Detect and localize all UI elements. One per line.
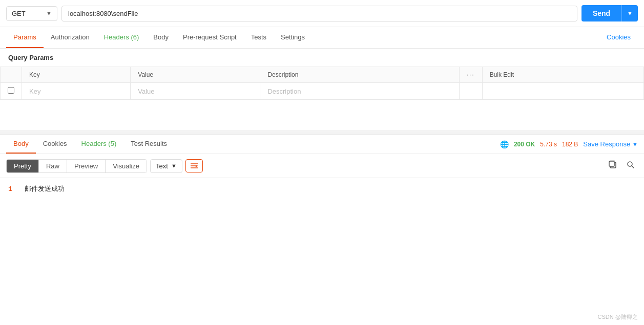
line-number: 1 <box>8 185 12 193</box>
response-text: 邮件发送成功 <box>25 185 65 193</box>
response-tabs: Body Cookies Headers (5) Test Results 🌐 … <box>0 135 644 154</box>
description-cell[interactable]: Description <box>260 83 459 100</box>
text-type-selector[interactable]: Text ▼ <box>150 159 182 173</box>
text-type-label: Text <box>156 162 168 170</box>
search-button[interactable] <box>624 159 638 173</box>
query-params-label: Query Params <box>0 49 644 67</box>
col-bulk-edit[interactable]: Bulk Edit <box>482 67 643 83</box>
response-size: 182 B <box>562 141 578 148</box>
format-raw-button[interactable]: Raw <box>39 160 67 172</box>
tab-body[interactable]: Body <box>146 27 176 48</box>
key-placeholder: Key <box>29 88 40 95</box>
tab-tests[interactable]: Tests <box>244 27 274 48</box>
col-description: Description <box>260 67 459 83</box>
value-placeholder: Value <box>138 88 154 95</box>
status-badge: 200 OK <box>514 141 535 148</box>
col-key: Key <box>22 67 131 83</box>
value-cell[interactable]: Value <box>131 83 260 100</box>
col-dots: ··· <box>459 67 482 83</box>
tab-prerequest[interactable]: Pre-request Script <box>176 27 244 48</box>
row-checkbox-cell <box>1 83 22 100</box>
tab-params[interactable]: Params <box>6 27 44 48</box>
section-divider <box>0 131 644 135</box>
table-row: Key Value Description <box>1 83 644 100</box>
response-body: 1 邮件发送成功 <box>0 178 644 200</box>
method-chevron-icon: ▼ <box>46 10 52 16</box>
format-button-group: Pretty Raw Preview Visualize <box>6 159 147 173</box>
desc-placeholder: Description <box>267 88 301 95</box>
response-tab-cookies[interactable]: Cookies <box>36 135 74 154</box>
key-cell[interactable]: Key <box>22 83 131 100</box>
svg-rect-4 <box>609 161 614 166</box>
response-time: 5.73 s <box>540 141 557 148</box>
dots-cell <box>459 83 482 100</box>
response-tab-testresults[interactable]: Test Results <box>123 135 174 154</box>
method-selector[interactable]: GET ▼ <box>6 6 57 21</box>
response-tab-headers[interactable]: Headers (5) <box>74 135 124 154</box>
col-checkbox <box>1 67 22 83</box>
save-response-button[interactable]: Save Response ▼ <box>583 140 638 148</box>
format-preview-button[interactable]: Preview <box>67 160 106 172</box>
save-response-label: Save Response <box>583 140 630 148</box>
tab-cookies[interactable]: Cookies <box>599 27 638 48</box>
wrap-button[interactable] <box>185 159 203 172</box>
format-visualize-button[interactable]: Visualize <box>106 160 147 172</box>
save-response-chevron-icon: ▼ <box>632 141 638 147</box>
request-tabs: Params Authorization Headers (6) Body Pr… <box>0 27 644 49</box>
copy-button[interactable] <box>605 158 620 174</box>
row-checkbox[interactable] <box>8 87 14 94</box>
tab-headers[interactable]: Headers (6) <box>97 27 147 48</box>
bulk-edit-cell <box>482 83 643 100</box>
send-dropdown-button[interactable]: ▼ <box>621 5 638 21</box>
send-button-group: Send ▼ <box>581 5 638 21</box>
tab-settings[interactable]: Settings <box>274 27 312 48</box>
format-bar: Pretty Raw Preview Visualize Text ▼ <box>0 154 644 178</box>
watermark: CSDN @陆卿之 <box>598 313 638 321</box>
tab-authorization[interactable]: Authorization <box>44 27 97 48</box>
url-bar: GET ▼ Send ▼ <box>0 0 644 27</box>
format-pretty-button[interactable]: Pretty <box>7 160 39 172</box>
empty-space <box>0 100 644 131</box>
send-button[interactable]: Send <box>581 5 621 21</box>
globe-icon: 🌐 <box>500 140 509 148</box>
col-value: Value <box>131 67 260 83</box>
text-type-chevron-icon: ▼ <box>171 163 177 169</box>
url-input[interactable] <box>61 6 577 21</box>
response-tab-body[interactable]: Body <box>6 135 36 154</box>
method-label: GET <box>12 10 26 17</box>
wrap-icon <box>190 162 198 169</box>
svg-line-6 <box>632 166 634 168</box>
response-meta: 🌐 200 OK 5.73 s 182 B Save Response ▼ <box>500 140 638 148</box>
params-table: Key Value Description ··· Bulk Edit Key … <box>0 67 644 100</box>
